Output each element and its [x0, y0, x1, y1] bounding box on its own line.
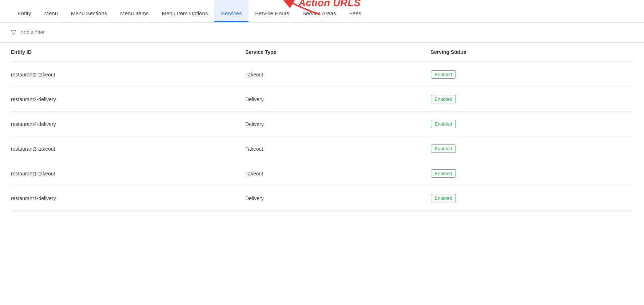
tab-entity[interactable]: Entity: [11, 0, 38, 22]
col-header-serving-status: Serving Status: [426, 43, 633, 62]
cell-entity-id: restaurant4-delivery: [11, 112, 241, 136]
status-badge: Enabled: [431, 95, 456, 103]
col-header-entity-id: Entity ID: [11, 43, 241, 62]
table-row: restaurant1-takeoutTakeoutEnabled: [11, 161, 633, 186]
table-row: restaurant3-takeoutTakeoutEnabled: [11, 136, 633, 161]
cell-serving-status: Enabled: [426, 186, 633, 211]
table-row: restaurant2-takeoutTakeoutEnabled: [11, 62, 633, 87]
filter-icon: ▽: [11, 28, 16, 36]
tab-fees[interactable]: Fees: [343, 0, 368, 22]
cell-serving-status: Enabled: [426, 112, 633, 136]
tab-menu-item-options[interactable]: Menu Item Options: [155, 0, 215, 22]
cell-service-type: Takeout: [241, 136, 426, 161]
status-badge: Enabled: [431, 120, 456, 128]
table-row: restaurant1-deliveryDeliveryEnabled: [11, 186, 633, 211]
tab-menu-sections[interactable]: Menu Sections: [64, 0, 114, 22]
cell-entity-id: restaurant2-delivery: [11, 87, 241, 112]
table-row: restaurant4-deliveryDeliveryEnabled: [11, 112, 633, 136]
tab-services[interactable]: Services: [214, 0, 249, 22]
cell-serving-status: Enabled: [426, 87, 633, 112]
cell-service-type: Takeout: [241, 62, 426, 87]
cell-entity-id: restaurant2-takeout: [11, 62, 241, 87]
cell-entity-id: restaurant3-takeout: [11, 136, 241, 161]
cell-service-type: Takeout: [241, 161, 426, 186]
table-row: restaurant2-deliveryDeliveryEnabled: [11, 87, 633, 112]
cell-service-type: Delivery: [241, 87, 426, 112]
cell-service-type: Delivery: [241, 186, 426, 211]
services-table: Entity ID Service Type Serving Status re…: [11, 43, 633, 211]
cell-service-type: Delivery: [241, 112, 426, 136]
cell-entity-id: restaurant1-takeout: [11, 161, 241, 186]
nav-tabs: Entity Menu Menu Sections Menu Items Men…: [0, 0, 644, 23]
col-header-service-type: Service Type: [241, 43, 426, 62]
cell-entity-id: restaurant1-delivery: [11, 186, 241, 211]
status-badge: Enabled: [431, 70, 456, 79]
tab-service-hours[interactable]: Service Hours: [249, 0, 296, 22]
status-badge: Enabled: [431, 169, 456, 178]
table-header-row: Entity ID Service Type Serving Status: [11, 43, 633, 62]
tab-menu[interactable]: Menu: [38, 0, 65, 22]
status-badge: Enabled: [431, 194, 456, 202]
status-badge: Enabled: [431, 144, 456, 153]
cell-serving-status: Enabled: [426, 62, 633, 87]
cell-serving-status: Enabled: [426, 161, 633, 186]
tab-menu-items[interactable]: Menu Items: [114, 0, 155, 22]
filter-placeholder[interactable]: Add a filter: [20, 29, 45, 35]
filter-bar: ▽ Add a filter: [0, 23, 644, 43]
cell-serving-status: Enabled: [426, 136, 633, 161]
tab-service-areas[interactable]: Service Areas: [296, 0, 343, 22]
table-container: Entity ID Service Type Serving Status re…: [0, 43, 644, 211]
